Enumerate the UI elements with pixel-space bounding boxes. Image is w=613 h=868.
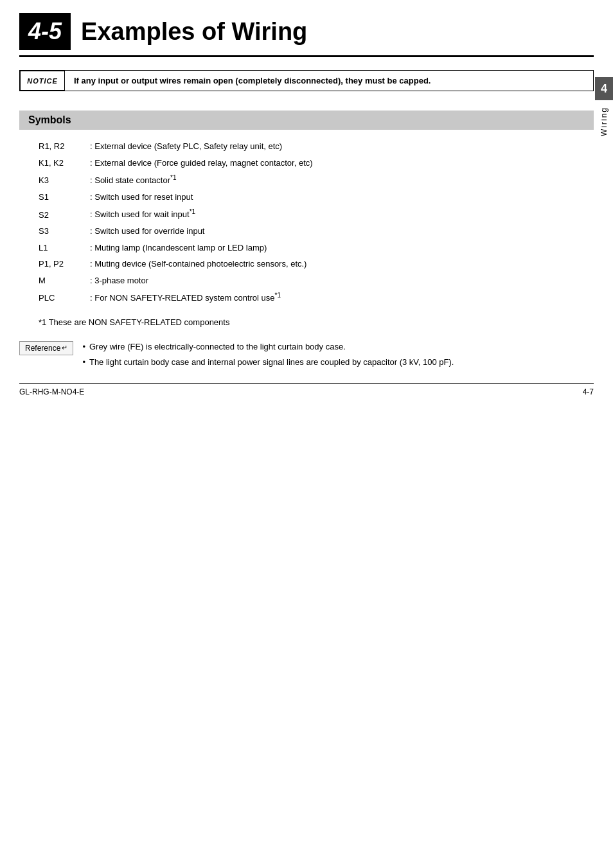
symbol-row: K1, K2 : External device (Force guided r… xyxy=(39,157,594,170)
symbol-desc: : Switch used for reset input xyxy=(90,191,193,204)
symbol-desc: : Muting device (Self-contained photoele… xyxy=(90,258,306,270)
symbol-key: L1 xyxy=(39,242,90,254)
reference-bullet-1-text: Grey wire (FE) is electrically-connected… xyxy=(89,340,346,354)
chapter-number: 4-5 xyxy=(19,13,71,50)
reference-bullet-1: Grey wire (FE) is electrically-connected… xyxy=(82,340,454,354)
page-title: Examples of Wiring xyxy=(81,13,307,50)
symbol-desc: : Solid state contactor*1 xyxy=(90,173,176,187)
notice-content: If any input or output wires remain open… xyxy=(65,71,440,91)
header-section: 4-5 Examples of Wiring xyxy=(19,13,594,57)
notice-label: NOTICE xyxy=(20,71,65,91)
footer-model: GL-RHG-M-NO4-E xyxy=(19,387,84,396)
footnote: *1 These are NON SAFETY-RELATED componen… xyxy=(39,317,594,327)
symbol-desc: : External device (Force guided relay, m… xyxy=(90,157,313,170)
symbol-desc: : Switch used for wait input*1 xyxy=(90,207,195,221)
symbol-row: P1, P2 : Muting device (Self-contained p… xyxy=(39,258,594,270)
symbol-row: L1 : Muting lamp (Incandescent lamp or L… xyxy=(39,242,594,254)
symbol-key: R1, R2 xyxy=(39,140,90,153)
footer-page: 4-7 xyxy=(583,387,594,396)
symbol-row: S1 : Switch used for reset input xyxy=(39,191,594,204)
symbol-desc: : For NON SAFETY-RELATED system control … xyxy=(90,290,281,305)
symbol-row: S3 : Switch used for override input xyxy=(39,225,594,238)
reference-label-text: Reference xyxy=(25,344,60,353)
symbols-section: Symbols R1, R2 : External device (Safety… xyxy=(19,111,594,327)
symbols-heading: Symbols xyxy=(19,111,594,130)
symbol-row: PLC : For NON SAFETY-RELATED system cont… xyxy=(39,290,594,305)
sidebar-label: Wiring xyxy=(600,107,609,136)
symbol-key: P1, P2 xyxy=(39,258,90,270)
symbol-key: M xyxy=(39,274,90,287)
symbol-desc: : External device (Safety PLC, Safety re… xyxy=(90,140,282,153)
right-sidebar: 4 Wiring xyxy=(595,77,613,136)
notice-box: NOTICE If any input or output wires rema… xyxy=(19,70,594,91)
reference-bullet-2-text: The light curtain body case and internal… xyxy=(89,355,454,369)
reference-label: Reference ↵ xyxy=(19,341,73,355)
sidebar-chapter: 4 xyxy=(595,77,613,100)
symbol-desc: : Switch used for override input xyxy=(90,225,204,238)
reference-arrow-icon: ↵ xyxy=(62,344,67,352)
page-container: 4-5 Examples of Wiring NOTICE If any inp… xyxy=(0,0,613,409)
symbol-key: K3 xyxy=(39,174,90,187)
symbols-table: R1, R2 : External device (Safety PLC, Sa… xyxy=(39,140,594,305)
symbol-row: K3 : Solid state contactor*1 xyxy=(39,173,594,187)
symbol-key: PLC xyxy=(39,292,90,305)
symbol-key: S1 xyxy=(39,191,90,204)
symbol-desc: : 3-phase motor xyxy=(90,274,148,287)
reference-content: Grey wire (FE) is electrically-connected… xyxy=(82,340,454,371)
symbol-row: M : 3-phase motor xyxy=(39,274,594,287)
reference-section: Reference ↵ Grey wire (FE) is electrical… xyxy=(19,340,594,371)
symbol-row: R1, R2 : External device (Safety PLC, Sa… xyxy=(39,140,594,153)
symbol-key: K1, K2 xyxy=(39,157,90,170)
symbol-desc: : Muting lamp (Incandescent lamp or LED … xyxy=(90,242,267,254)
page-footer: GL-RHG-M-NO4-E 4-7 xyxy=(19,383,594,396)
symbol-key: S2 xyxy=(39,209,90,222)
symbol-key: S3 xyxy=(39,225,90,238)
reference-bullet-2: The light curtain body case and internal… xyxy=(82,355,454,369)
symbol-row: S2 : Switch used for wait input*1 xyxy=(39,207,594,221)
